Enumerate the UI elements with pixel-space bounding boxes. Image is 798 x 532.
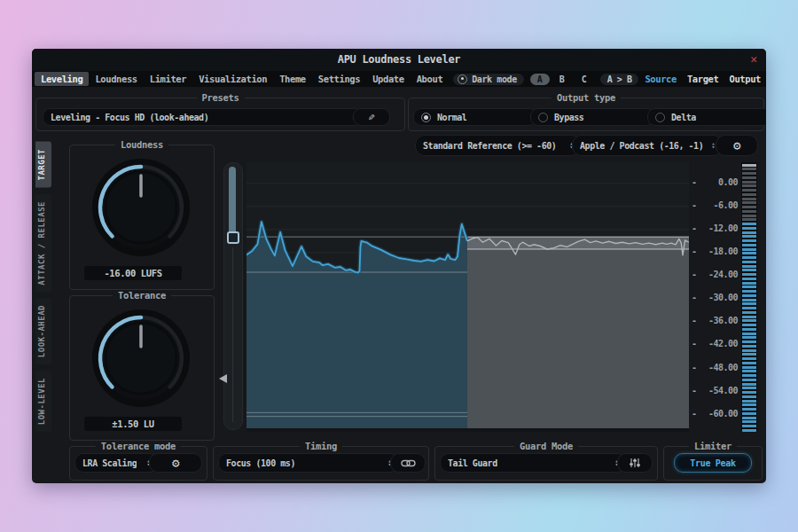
reference-profile-select[interactable]: Apple / Podcast (-16, -1) ▴▾ <box>572 135 723 156</box>
view-source-button[interactable]: Source <box>645 74 677 84</box>
timing-select[interactable]: Focus (100 ms) ▴▾ <box>218 453 399 473</box>
edit-preset-button[interactable]: ✎ <box>353 108 390 126</box>
timing-label: Timing <box>300 441 342 451</box>
slider-handle[interactable] <box>227 231 239 244</box>
tolerance-mode-select[interactable]: LRA Scaling ▴▾ <box>74 453 158 473</box>
presets-group-label: Presets <box>196 92 244 103</box>
output-type-bypass[interactable]: Bypass <box>530 108 654 126</box>
meter-segment <box>742 273 756 276</box>
tick-label: -36.00 <box>708 316 738 325</box>
tick-dash: - <box>692 409 697 419</box>
title-bar: APU Loudness Leveler ✕ <box>32 49 766 71</box>
tick-label: -54.00 <box>708 386 738 395</box>
tolerance-group-label: Tolerance <box>113 290 171 301</box>
output-type-delta[interactable]: Delta <box>647 108 766 126</box>
ab-snapshot-buttons: ABC <box>530 74 594 85</box>
level-range-slider[interactable] <box>223 162 243 430</box>
true-peak-button[interactable]: True Peak <box>674 453 752 473</box>
meter-segment <box>742 319 756 322</box>
menu-item-about[interactable]: About <box>411 72 450 86</box>
menu-item-leveling[interactable]: Leveling <box>35 72 89 86</box>
timing-value: Focus (100 ms) <box>226 458 295 468</box>
meter-segment <box>742 316 756 318</box>
tab-look-ahead[interactable]: LOOK-AHEAD <box>35 298 51 364</box>
preset-select[interactable]: Leveling - Focus HD (look-ahead) ▴▾ <box>43 108 364 126</box>
slider-track-line <box>232 247 233 422</box>
axis-tick: --12.00 <box>692 223 738 235</box>
meter-segment <box>742 193 756 196</box>
timing-link-button[interactable] <box>390 453 426 473</box>
guard-mode-settings-button[interactable] <box>617 453 653 473</box>
chart-y-axis: -0.00--6.00--12.00--18.00--24.00--30.00-… <box>692 162 738 432</box>
loudness-knob[interactable] <box>88 154 194 261</box>
tick-dash: - <box>692 200 697 210</box>
menu-item-theme[interactable]: Theme <box>273 72 312 86</box>
meter-segment <box>742 362 756 364</box>
meter-segment <box>742 349 756 352</box>
axis-tick: -0.00 <box>692 177 738 189</box>
radio-icon <box>421 113 431 122</box>
guard-mode-select[interactable]: Tail Guard ▴▾ <box>440 453 626 473</box>
meter-segment <box>742 395 756 398</box>
ab-compare-button[interactable]: A > B <box>600 74 639 85</box>
meter-segment <box>742 164 756 167</box>
meter-segment <box>742 429 756 432</box>
tick-label: -12.00 <box>708 223 738 233</box>
desktop-background: APU Loudness Leveler ✕ LevelingLoudnessL… <box>0 0 798 532</box>
axis-tick: --48.00 <box>692 363 738 374</box>
tab-attack-release[interactable]: ATTACK / RELEASE <box>35 194 51 293</box>
meter-segment <box>742 357 756 360</box>
snapshot-a-button[interactable]: A <box>530 74 550 85</box>
reference-standard-value: Standard Reference (>= -60) <box>423 141 556 151</box>
radio-label: Normal <box>437 113 466 122</box>
reference-standard-select[interactable]: Standard Reference (>= -60) ▴▾ <box>415 135 581 156</box>
updown-icon: ▴▾ <box>708 142 715 150</box>
meter-segment <box>742 408 756 411</box>
tolerance-mode-label: Tolerance mode <box>96 441 181 451</box>
output-type-normal[interactable]: Normal <box>413 108 537 126</box>
menu-item-visualization[interactable]: Visualization <box>192 72 273 86</box>
link-icon <box>401 458 416 468</box>
meter-segment <box>742 210 756 213</box>
menu-item-settings[interactable]: Settings <box>312 72 366 86</box>
slider-fill <box>229 167 236 237</box>
loudness-chart[interactable] <box>246 162 689 432</box>
axis-tick: --54.00 <box>692 386 738 397</box>
meter-segment <box>742 231 756 234</box>
axis-tick: --6.00 <box>692 200 738 212</box>
meter-segment <box>742 235 756 238</box>
reference-settings-button[interactable]: ⚙ <box>716 135 758 156</box>
dark-mode-indicator-icon <box>458 74 467 84</box>
meter-segment <box>742 345 756 348</box>
close-icon[interactable]: ✕ <box>750 52 757 66</box>
tab-target[interactable]: TARGET <box>35 142 51 188</box>
gear-icon: ⚙ <box>172 457 179 469</box>
meter-segment <box>742 379 756 381</box>
view-target-button[interactable]: Target <box>687 74 719 84</box>
radio-icon <box>655 113 665 122</box>
tick-label: -18.00 <box>708 246 738 256</box>
tick-dash: - <box>692 177 697 187</box>
tick-dash: - <box>692 246 697 256</box>
output-type-group-label: Output type <box>552 92 621 103</box>
tick-label: 0.00 <box>718 177 738 187</box>
guard-mode-value: Tail Guard <box>448 458 497 468</box>
tolerance-mode-settings-button[interactable]: ⚙ <box>149 453 202 473</box>
meter-segment <box>742 417 756 419</box>
menu-item-update[interactable]: Update <box>366 72 411 86</box>
meter-segment <box>742 307 756 309</box>
snapshot-c-button[interactable]: C <box>575 74 594 85</box>
reference-profile-value: Apple / Podcast (-16, -1) <box>580 141 703 151</box>
meter-segment <box>742 420 756 423</box>
tab-low-level[interactable]: LOW-LEVEL <box>35 371 51 432</box>
meter-segment <box>742 340 756 343</box>
axis-tick: --18.00 <box>692 246 738 258</box>
dark-mode-toggle[interactable]: Dark mode <box>453 74 524 85</box>
menu-item-loudness[interactable]: Loudness <box>89 72 143 86</box>
meter-segment <box>742 189 756 192</box>
menu-item-limiter[interactable]: Limiter <box>144 72 192 86</box>
snapshot-b-button[interactable]: B <box>552 74 572 85</box>
meter-segment <box>742 278 756 280</box>
view-output-button[interactable]: Output <box>729 74 761 84</box>
tolerance-knob[interactable] <box>88 305 194 411</box>
